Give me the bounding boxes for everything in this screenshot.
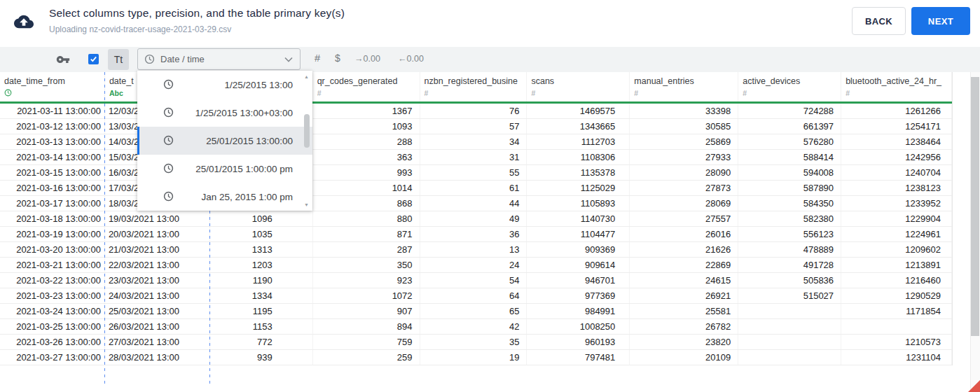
column-header-date_time_from[interactable]: date_time_from xyxy=(0,72,105,102)
format-option[interactable]: 25/01/2015 1:00:00 pm xyxy=(137,155,312,183)
table-cell xyxy=(738,304,841,318)
format-option-list: 1/25/2015 13:001/25/2015 13:00+03:0025/0… xyxy=(137,71,312,211)
column-header-manual_entries[interactable]: manual_entries# xyxy=(630,72,738,102)
table-cell: 894 xyxy=(313,319,420,334)
toolbar: Tt Date / time # $ →0.00 ←0.00 xyxy=(0,47,980,72)
page-title: Select columns type, precision, and the … xyxy=(49,7,345,20)
format-option[interactable]: 1/25/2015 13:00 xyxy=(137,71,312,99)
table-cell: 2021-03-20 13:00:00 xyxy=(0,242,105,257)
clock-icon xyxy=(163,79,174,90)
table-cell: 2021-03-19 13:00:00 xyxy=(0,227,105,241)
scroll-up-icon[interactable]: ▲ xyxy=(304,74,309,79)
scroll-corner-marker xyxy=(968,380,980,392)
increase-decimal-button[interactable]: →0.00 xyxy=(354,54,380,64)
clock-icon xyxy=(144,54,155,64)
checkmark-icon xyxy=(90,55,97,63)
primary-key-icon[interactable] xyxy=(56,52,70,66)
table-cell: 259 xyxy=(313,350,420,365)
table-cell: 2021-03-23 13:00:00 xyxy=(0,288,105,303)
type-select[interactable]: Date / time xyxy=(137,48,301,70)
table-cell: 28069 xyxy=(630,196,738,211)
table-cell: 21/03/2021 13:00 xyxy=(105,242,210,257)
currency-type-button[interactable]: $ xyxy=(335,52,340,64)
table-cell: 21626 xyxy=(630,242,738,257)
column-header-nzbn_registered_busine[interactable]: nzbn_registered_busine# xyxy=(420,72,527,102)
scrollbar-thumb[interactable] xyxy=(971,77,979,336)
format-option-label: 1/25/2015 13:00+03:00 xyxy=(195,108,293,118)
table-cell: 576280 xyxy=(738,134,841,149)
table-cell: 30585 xyxy=(630,119,738,134)
table-cell: 19/03/2021 13:00 xyxy=(105,211,210,226)
table-cell: 28090 xyxy=(630,165,738,180)
table-cell: 25869 xyxy=(630,134,738,149)
vertical-scrollbar[interactable] xyxy=(970,72,980,392)
text-type-button[interactable]: Tt xyxy=(108,49,129,70)
table-cell: 1096 xyxy=(210,211,313,226)
table-cell: 1035 xyxy=(210,227,313,241)
table-cell: 1195 xyxy=(210,304,313,318)
table-cell: 1261266 xyxy=(841,104,952,118)
table-row: 2021-03-22 13:00:0023/03/2021 13:0011909… xyxy=(0,273,952,288)
format-option[interactable]: Jan 25, 2015 1:00 pm xyxy=(137,183,312,211)
table-row: 2021-03-18 13:00:0019/03/2021 13:0010968… xyxy=(0,211,952,227)
table-cell: 26016 xyxy=(630,227,738,241)
column-header-qr_codes_generated[interactable]: qr_codes_generated# xyxy=(313,72,420,102)
table-cell: 1153 xyxy=(210,319,313,334)
next-button[interactable]: NEXT xyxy=(911,7,970,35)
table-cell: 984991 xyxy=(527,304,630,318)
table-cell: 1072 xyxy=(313,288,420,303)
table-cell: 556123 xyxy=(738,227,841,241)
format-option[interactable]: 25/01/2015 13:00:00 xyxy=(137,127,312,155)
table-cell: 287 xyxy=(313,242,420,257)
column-name: nzbn_registered_busine xyxy=(425,76,527,86)
table-cell: 2021-03-21 13:00:00 xyxy=(0,258,105,272)
table-cell: 27873 xyxy=(630,181,738,195)
table-cell: 2021-03-24 13:00:00 xyxy=(0,304,105,318)
number-type-button[interactable]: # xyxy=(315,52,320,64)
column-header-bluetooth_active_24_hr_[interactable]: bluetooth_active_24_hr_# xyxy=(841,72,952,102)
table-cell: 1008250 xyxy=(527,319,630,334)
table-cell: 2021-03-17 13:00:00 xyxy=(0,196,105,211)
format-option-label: 25/01/2015 13:00:00 xyxy=(206,136,293,146)
table-cell: 23/03/2021 13:00 xyxy=(105,273,210,288)
column-type-label: # xyxy=(846,89,951,98)
table-cell: 76 xyxy=(420,104,527,118)
table-cell: 661397 xyxy=(738,119,841,134)
table-cell: 1343665 xyxy=(527,119,630,134)
column-name: manual_entries xyxy=(634,76,738,86)
column-header-active_devices[interactable]: active_devices# xyxy=(738,72,841,102)
table-cell: 880 xyxy=(313,211,420,226)
table-row: 2021-03-20 13:00:0021/03/2021 13:0013132… xyxy=(0,242,952,258)
table-cell: 36 xyxy=(420,227,527,241)
format-option-label: Jan 25, 2015 1:00 pm xyxy=(201,192,293,202)
clock-icon xyxy=(163,163,174,174)
table-cell: 515027 xyxy=(738,288,841,303)
back-button[interactable]: BACK xyxy=(852,7,906,35)
format-option[interactable]: 1/25/2015 13:00+03:00 xyxy=(137,99,312,127)
table-cell: 977369 xyxy=(527,288,630,303)
table-cell: 587890 xyxy=(738,181,841,195)
header-titles: Select columns type, precision, and the … xyxy=(49,7,345,34)
table-cell: 1190 xyxy=(210,273,313,288)
table-cell: 1014 xyxy=(313,181,420,195)
column-type-label: # xyxy=(425,89,527,98)
scroll-down-icon[interactable]: ▼ xyxy=(304,202,309,207)
table-cell: 2021-03-15 13:00:00 xyxy=(0,165,105,180)
dropdown-scrollbar-thumb[interactable] xyxy=(304,114,310,148)
table-cell: 584350 xyxy=(738,196,841,211)
table-cell: 2021-03-13 13:00:00 xyxy=(0,134,105,149)
format-option-label: 1/25/2015 13:00 xyxy=(224,80,293,90)
table-cell: 57 xyxy=(420,119,527,134)
decrease-decimal-button[interactable]: ←0.00 xyxy=(398,54,424,64)
table-cell: 363 xyxy=(313,150,420,164)
table-row: 2021-03-26 13:00:0027/03/2021 13:0077275… xyxy=(0,335,952,350)
column-type-label: # xyxy=(634,89,738,98)
table-cell: 61 xyxy=(420,181,527,195)
table-cell: 960193 xyxy=(527,335,630,349)
table-cell: 2021-03-12 13:00:00 xyxy=(0,119,105,134)
include-checkbox[interactable] xyxy=(88,54,99,64)
column-header-scans[interactable]: scans# xyxy=(527,72,630,102)
table-cell: 993 xyxy=(313,165,420,180)
table-cell: 27/03/2021 13:00 xyxy=(105,335,210,349)
table-cell: 1135378 xyxy=(527,165,630,180)
